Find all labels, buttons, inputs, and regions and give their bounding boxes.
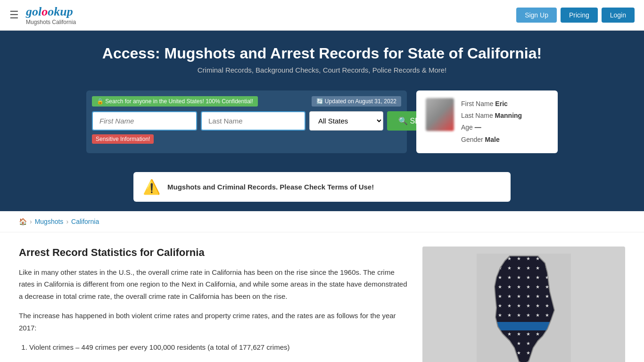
profile-age: Age — (461, 122, 522, 133)
california-image: ★ (422, 247, 625, 362)
first-name-value: Eric (495, 100, 507, 107)
state-select[interactable]: All StatesAlabamaAlaskaArizonaArkansasCa… (309, 111, 383, 131)
list-item-1: Violent crimes – 449 crimes per every 10… (29, 341, 408, 354)
content-text: Arrest Record Statistics for California … (19, 247, 408, 362)
age-value: — (475, 123, 481, 131)
content-list: Violent crimes – 449 crimes per every 10… (19, 341, 408, 354)
separator-2: › (66, 218, 68, 225)
header-right: Sign Up Pricing Login (516, 8, 635, 23)
avatar (426, 98, 454, 131)
breadcrumb: 🏠 › Mugshots › California (0, 211, 644, 232)
alert-text: Mugshots and Criminal Records. Please Ch… (167, 183, 374, 191)
pricing-button[interactable]: Pricing (561, 8, 598, 23)
search-box: 🔒 Search for anyone in the United States… (86, 90, 407, 153)
content-area: Arrest Record Statistics for California … (0, 232, 644, 362)
sensitive-badge: Sensitive Information! (92, 134, 401, 144)
breadcrumb-home[interactable]: 🏠 (19, 218, 27, 225)
breadcrumb-current: California (71, 218, 99, 225)
svg-rect-3 (495, 322, 556, 330)
breadcrumb-mugshots[interactable]: Mugshots (35, 218, 64, 225)
profile-first-name: First Name Eric (461, 98, 522, 110)
content-paragraph-1: Like in many other states in the U.S., t… (19, 266, 408, 303)
profile-info: First Name Eric Last Name Manning Age — … (461, 98, 522, 146)
search-fields: All StatesAlabamaAlaskaArizonaArkansasCa… (92, 111, 401, 131)
content-paragraph-2: The increase has happened in both violen… (19, 310, 408, 334)
hero-banner: Access: Mugshots and Arrest Records for … (0, 31, 644, 86)
first-name-input[interactable] (92, 111, 197, 131)
warning-icon: ⚠️ (143, 179, 160, 195)
confidential-badge: 🔒 Search for anyone in the United States… (92, 96, 258, 107)
profile-last-name: Last Name Manning (461, 110, 522, 122)
last-name-value: Manning (495, 112, 522, 119)
signup-button[interactable]: Sign Up (516, 8, 557, 23)
california-map: ★ (422, 247, 625, 362)
logo-text: golookup (26, 5, 76, 19)
content-title: Arrest Record Statistics for California (19, 247, 408, 259)
header-left: ☰ golookup Mugshots California (9, 5, 76, 25)
login-button[interactable]: Login (602, 8, 635, 23)
last-name-label: Last Name (461, 112, 493, 119)
logo-subtitle: Mugshots California (26, 19, 76, 25)
gender-label: Gender (461, 136, 483, 143)
hamburger-icon[interactable]: ☰ (9, 9, 19, 21)
profile-gender: Gender Male (461, 134, 522, 146)
hero-subheading: Criminal Records, Background Checks, Cou… (9, 66, 635, 74)
separator-1: › (30, 218, 32, 225)
age-label: Age (461, 123, 473, 131)
gender-value: Male (485, 136, 500, 143)
alert-inner: ⚠️ Mugshots and Criminal Records. Please… (133, 172, 511, 202)
header: ☰ golookup Mugshots California Sign Up P… (0, 0, 644, 31)
search-section: 🔒 Search for anyone in the United States… (0, 86, 644, 167)
sensitive-label: Sensitive Information! (92, 134, 154, 144)
california-svg: ★ (472, 254, 576, 362)
search-top-bar: 🔒 Search for anyone in the United States… (92, 96, 401, 107)
alert-bar: ⚠️ Mugshots and Criminal Records. Please… (0, 167, 644, 211)
logo: golookup Mugshots California (26, 5, 76, 25)
last-name-input[interactable] (201, 111, 305, 131)
profile-card: First Name Eric Last Name Manning Age — … (416, 90, 558, 153)
first-name-label: First Name (461, 100, 493, 107)
list-item-1-text: Violent crimes – 449 crimes per every 10… (29, 343, 290, 351)
hero-heading: Access: Mugshots and Arrest Records for … (9, 45, 635, 62)
updated-badge: 🔄 Updated on August 31, 2022 (312, 96, 401, 107)
